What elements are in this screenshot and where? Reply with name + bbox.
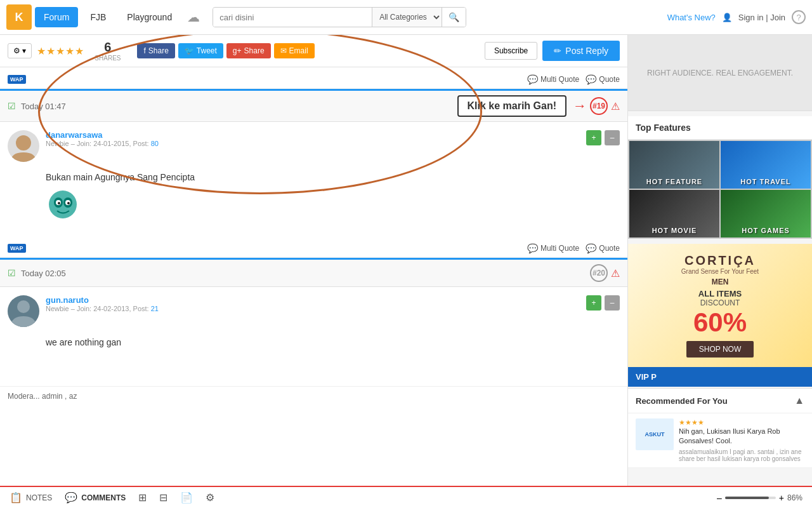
email-icon: ✉ xyxy=(280,46,287,55)
ad-text: RIGHT AUDIENCE. REAL ENGAGEMENT. xyxy=(647,69,793,77)
ad-image: RIGHT AUDIENCE. REAL ENGAGEMENT. xyxy=(628,35,812,111)
post-20-quote-actions: 💬 Multi Quote 💬 Quote xyxy=(527,243,620,253)
notes-label: NOTES xyxy=(26,493,52,502)
post-20-number: #20 ⚠ xyxy=(590,264,620,282)
post-20-vote-actions: + – xyxy=(586,295,620,327)
ad-banner-top: RIGHT AUDIENCE. REAL ENGAGEMENT. xyxy=(628,35,812,111)
cortica-all: ALL ITEMS xyxy=(638,289,802,298)
nav-fjb[interactable]: FJB xyxy=(81,7,115,27)
help-button[interactable]: ? xyxy=(792,10,806,24)
shares-count: 6 SHARES xyxy=(95,40,121,62)
post-reply-button[interactable]: ✏ Post Reply xyxy=(542,41,620,61)
post-19-username[interactable]: danarwarsawa xyxy=(46,130,159,140)
post-19-downvote-button[interactable]: – xyxy=(605,130,620,145)
zoom-in-button[interactable]: + xyxy=(779,493,784,503)
moderation-sub: admin , az xyxy=(42,392,77,401)
post-20-username[interactable]: gun.naruto xyxy=(46,295,159,305)
post-19-wap-bar: WAP 💬 Multi Quote 💬 Quote xyxy=(0,70,627,89)
facebook-share-button[interactable]: f Share xyxy=(137,43,174,58)
nav-right: What's New? 👤 Sign in | Join ? xyxy=(667,10,806,24)
subscribe-button[interactable]: Subscribe xyxy=(485,42,537,60)
post-20-multiquote-button[interactable]: 💬 Multi Quote xyxy=(527,243,579,253)
post-19-emoji xyxy=(46,187,620,228)
cortica-men: MEN xyxy=(638,277,802,286)
wap-icon: WAP xyxy=(8,75,26,84)
bubble-icon-2: 💬 xyxy=(527,243,538,253)
bubble-icon: 💬 xyxy=(527,74,538,84)
comments-item[interactable]: 💬 COMMENTS xyxy=(65,491,126,504)
right-arrow-icon: → xyxy=(573,98,587,114)
notes-icon: 📋 xyxy=(10,491,22,504)
report-icon-2[interactable]: ⚠ xyxy=(611,267,620,279)
notes-item[interactable]: 📋 NOTES xyxy=(10,491,52,504)
layout-item[interactable]: ⊟ xyxy=(159,491,167,504)
logo-button[interactable]: K xyxy=(6,4,32,30)
post-19-multiquote-button[interactable]: 💬 Multi Quote xyxy=(527,74,579,84)
googleplus-share-button[interactable]: g+ Share xyxy=(226,43,271,58)
post-20-downvote-button[interactable]: – xyxy=(605,295,620,311)
cortica-banner[interactable]: CORTIÇA Grand Sense For Your Feet MEN AL… xyxy=(628,244,812,367)
post-20-upvote-button[interactable]: + xyxy=(586,295,601,311)
settings-item[interactable]: ⚙ xyxy=(206,491,214,504)
twitter-share-button[interactable]: 🐦 Tweet xyxy=(178,43,223,58)
zoom-fill xyxy=(725,497,769,499)
nav-forum[interactable]: Forum xyxy=(35,7,78,27)
cortica-sub: Grand Sense For Your Feet xyxy=(638,268,802,275)
recommended-title: Recommended For You xyxy=(636,396,794,406)
post-20-quote-button[interactable]: 💬 Quote xyxy=(586,243,620,253)
grid-icon: ⊞ xyxy=(138,491,147,504)
post-19-header: ☑ Today 01:47 Klik ke marih Gan! → #19 ⚠ xyxy=(0,89,627,122)
post-20-badge[interactable]: #20 xyxy=(590,264,608,282)
top-features-title: Top Features xyxy=(628,116,812,140)
features-grid: HOT FEATURE HOT TRAVEL HOT MOVIE HOT GAM… xyxy=(628,140,812,239)
comments-label: COMMENTS xyxy=(81,493,126,502)
category-select[interactable]: All Categories xyxy=(372,8,442,27)
rec-item-desc: assalamualaikum I pagi an. santai , izin… xyxy=(679,448,804,462)
feature-games[interactable]: HOT GAMES xyxy=(721,190,811,237)
top-navigation: K Forum FJB Playground ☁ All Categories … xyxy=(0,0,812,35)
doc-item[interactable]: 📄 xyxy=(180,491,193,504)
cloud-icon: ☁ xyxy=(184,10,203,25)
rec-stars: ★★★★ xyxy=(679,418,804,427)
post-19-body: danarwarsawa Newbie – Join: 24-01-2015, … xyxy=(0,125,627,167)
report-icon[interactable]: ⚠ xyxy=(611,100,620,112)
post-19-post-count[interactable]: 80 xyxy=(151,140,159,147)
feature-hot[interactable]: HOT FEATURE xyxy=(629,141,719,189)
zoom-bar xyxy=(725,497,776,499)
shop-now-button[interactable]: SHOP NOW xyxy=(686,341,754,358)
edit-icon: ✏ xyxy=(554,46,561,56)
email-share-button[interactable]: ✉ Email xyxy=(274,43,315,58)
content-area: ⚙ ▾ ★★★★★ 6 SHARES f Share 🐦 Tweet g+ Sh… xyxy=(0,35,628,486)
post-19-upvote-button[interactable]: + xyxy=(586,130,601,145)
post-19-number: Klik ke marih Gan! → #19 ⚠ xyxy=(457,95,620,117)
recommended-panel: Recommended For You ▲ ASKUT ★★★★ Nih gan… xyxy=(628,388,812,468)
top-features-section: Top Features HOT FEATURE HOT TRAVEL HOT … xyxy=(628,116,812,239)
post-20-container: WAP 💬 Multi Quote 💬 Quote ☑ Today 02:05 xyxy=(0,236,627,386)
post-20-post-count[interactable]: 21 xyxy=(151,305,159,312)
cortica-ad: CORTIÇA Grand Sense For Your Feet MEN AL… xyxy=(628,244,812,387)
feature-movie[interactable]: HOT MOVIE xyxy=(629,190,719,237)
svg-point-9 xyxy=(17,300,30,313)
grid-view-item[interactable]: ⊞ xyxy=(138,491,147,504)
sign-in-link[interactable]: Sign in | Join xyxy=(738,13,785,22)
post-20-avatar xyxy=(8,295,39,327)
cortica-brand: CORTIÇA xyxy=(638,253,802,268)
post-19-quote-button[interactable]: 💬 Quote xyxy=(586,74,620,84)
callout-annotation: Klik ke marih Gan! → xyxy=(457,95,587,117)
search-input[interactable] xyxy=(213,8,372,27)
whats-new-link[interactable]: What's New? xyxy=(667,13,716,22)
svg-point-0 xyxy=(16,135,31,150)
settings-icon: ⚙ xyxy=(206,491,214,504)
collapse-button[interactable]: ▲ xyxy=(794,395,804,406)
svg-point-1 xyxy=(49,190,77,218)
zoom-out-button[interactable]: – xyxy=(717,493,722,503)
nav-playground[interactable]: Playground xyxy=(118,7,181,27)
post-19-badge[interactable]: #19 xyxy=(590,97,608,115)
moderation-label: Modera... xyxy=(8,392,40,401)
search-button[interactable]: 🔍 xyxy=(442,8,466,27)
sidebar: RIGHT AUDIENCE. REAL ENGAGEMENT. Top Fea… xyxy=(628,35,812,486)
bottom-bar: 📋 NOTES 💬 COMMENTS ⊞ ⊟ 📄 ⚙ – + 86% xyxy=(0,486,812,508)
recommended-item[interactable]: ASKUT ★★★★ Nih gan, Lukisan Ilusi Karya … xyxy=(628,413,812,468)
feature-travel[interactable]: HOT TRAVEL xyxy=(721,141,811,189)
gear-button[interactable]: ⚙ ▾ xyxy=(8,43,32,58)
